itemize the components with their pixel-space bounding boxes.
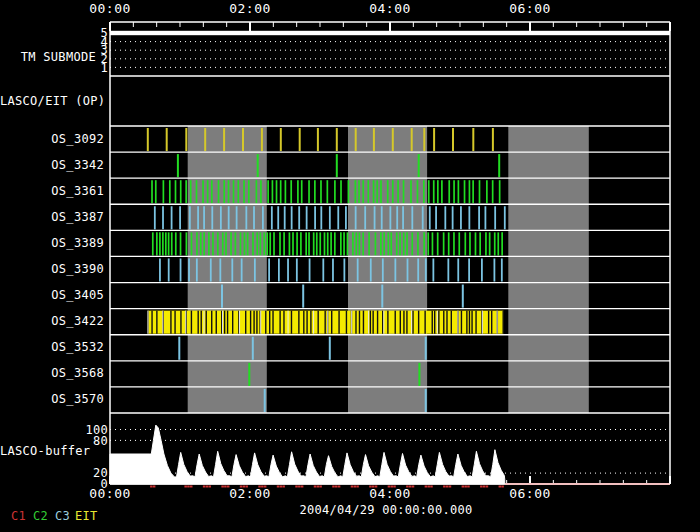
- buffer-fill-curve: [110, 425, 505, 484]
- row-label-os-3092: OS_3092: [0, 132, 104, 146]
- buffer-row-label: LASCO-buffer: [0, 444, 89, 458]
- legend-item-eit: EIT: [75, 509, 109, 523]
- tm-submode-row-label: TM SUBMODE: [0, 50, 96, 64]
- bottom-axis-label-0600: 06:00: [500, 487, 560, 501]
- row-label-os-3390: OS_3390: [0, 262, 104, 276]
- top-axis-ticks: [110, 22, 670, 31]
- tm-submode-trace: [110, 31, 670, 68]
- gray-bands: [188, 126, 589, 413]
- op-row-label: LASCO/EIT (OP): [0, 94, 104, 108]
- row-label-os-3361: OS_3361: [0, 184, 104, 198]
- row-label-os-3568: OS_3568: [0, 366, 104, 380]
- timeline-plot: [0, 0, 700, 532]
- row-label-os-3422: OS_3422: [0, 314, 104, 328]
- event-row-OS_3422: [148, 311, 504, 334]
- top-axis-label-0400: 04:00: [360, 2, 420, 16]
- row-label-os-3532: OS_3532: [0, 340, 104, 354]
- bottom-axis-label-0000: 00:00: [80, 487, 140, 501]
- row-label-os-3570: OS_3570: [0, 392, 104, 406]
- row-label-os-3387: OS_3387: [0, 210, 104, 224]
- lasco-eit-timeline-screen: 00:00 02:00 04:00 06:00 5 4 3 2 1 TM SUB…: [0, 0, 700, 532]
- row-label-os-3342: OS_3342: [0, 158, 104, 172]
- top-axis-label-0000: 00:00: [80, 2, 140, 16]
- top-axis-label-0200: 02:00: [220, 2, 280, 16]
- bottom-axis-label-0400: 04:00: [360, 487, 420, 501]
- row-label-os-3389: OS_3389: [0, 236, 104, 250]
- top-axis-label-0600: 06:00: [500, 2, 560, 16]
- event-row-OS_3390: [160, 258, 502, 281]
- row-label-os-3405: OS_3405: [0, 288, 104, 302]
- date-label: 2004/04/29 00:00:00.000: [236, 503, 536, 517]
- bottom-axis-label-0200: 02:00: [220, 487, 280, 501]
- buffer-grid: [110, 430, 670, 474]
